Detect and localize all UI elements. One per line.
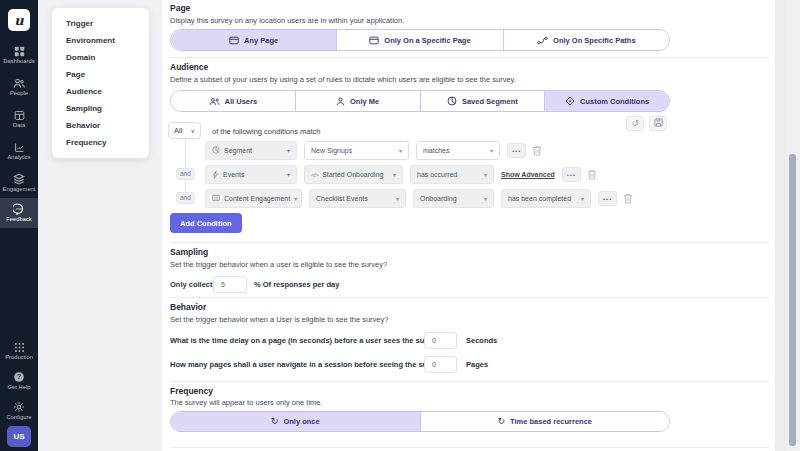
pages-count-input[interactable] [424,356,457,373]
page-tabs: Any Page Only On a Specific Page Only On… [170,29,670,51]
chevron-down-icon: ∨ [191,127,195,134]
more-options-button[interactable]: ••• [598,191,617,206]
sidebar-item-analytics[interactable]: Analytics [0,136,38,166]
menu-item-environment[interactable]: Environment [52,32,149,49]
section-divider [170,381,770,382]
condition-operator-select[interactable]: has been completed ▾ [501,189,591,208]
page-section-description: Display this survey on any location user… [170,16,404,25]
sidebar: u Dashboards People Data Analytics Engag… [0,0,38,451]
reset-conditions-button[interactable]: ↺ [626,116,644,131]
path-branch-icon [537,36,548,45]
dots-icon: ••• [512,148,521,154]
sidebar-item-configure[interactable]: Configure [0,396,38,426]
trash-icon [623,190,633,208]
people-icon [13,78,25,89]
pie-chart-icon [447,96,457,106]
sidebar-item-engagement[interactable]: Engagement [0,168,38,198]
main-content: Page Display this survey on any location… [162,0,775,451]
app-logo[interactable]: u [8,9,30,31]
condition-row-2: and Events ▾ </> Started Onboarding ▾ ha… [162,165,775,184]
delete-condition-button[interactable] [532,142,542,160]
dashboards-icon [14,46,25,57]
user-avatar[interactable]: US [7,426,31,447]
condition-type-select[interactable]: Content Engagement ▾ [205,189,302,208]
behavior-section-title: Behavior [170,302,206,312]
condition-field-select[interactable]: </> Started Onboarding ▾ [304,165,403,184]
sidebar-item-label: Production [5,355,33,361]
map-icon [212,194,220,203]
tab-only-specific-paths[interactable]: Only On Specific Paths [504,30,669,50]
section-divider [170,297,770,298]
sidebar-item-dashboards[interactable]: Dashboards [0,40,38,70]
tab-only-specific-page[interactable]: Only On a Specific Page [337,30,503,50]
tab-custom-conditions[interactable]: Custom Conditions [545,91,669,111]
behavior-question-1: What is the time delay on a page (in sec… [170,336,444,345]
behavior-question-2: How many pages shall a user navigate in … [170,360,447,369]
settings-menu: Trigger Environment Domain Page Audience… [52,8,149,158]
condition-field-select[interactable]: Checklist Events ▾ [309,189,406,208]
more-options-button[interactable]: ••• [562,167,581,182]
section-divider [170,57,770,58]
pages-unit-label: Pages [466,360,488,369]
users-group-icon [209,97,220,106]
sampling-section-title: Sampling [170,247,208,257]
sidebar-item-feedback[interactable]: Feedback [0,198,38,228]
audience-section-description: Define a subset of your users by using a… [170,75,516,84]
condition-row-1: Segment ▾ New Signups ▾ matches ▾ ••• [205,141,542,160]
logo-glyph: u [14,13,23,28]
feedback-icon [13,203,25,215]
sidebar-item-label: Data [13,123,25,129]
section-divider [170,242,770,243]
sidebar-item-people[interactable]: People [0,72,38,102]
sampling-percent-input[interactable] [213,276,247,293]
show-advanced-link[interactable]: Show Advanced [501,171,555,178]
sidebar-item-data[interactable]: Data [0,104,38,134]
condition-operator-select[interactable]: has occurred ▾ [410,165,494,184]
add-condition-button[interactable]: Add Condition [170,213,242,233]
sidebar-item-production[interactable]: Production [0,336,38,366]
tab-all-users[interactable]: All Users [171,91,296,111]
more-options-button[interactable]: ••• [507,143,526,158]
browser-window-icon [229,36,239,45]
save-conditions-button[interactable] [649,116,667,131]
chevron-down-icon: ▾ [393,171,396,178]
tab-only-me[interactable]: Only Me [296,91,421,111]
trash-icon [532,142,542,160]
menu-item-trigger[interactable]: Trigger [52,15,149,32]
sidebar-item-label: Configure [6,415,31,421]
behavior-section-description: Set the trigger behavior when a User is … [170,315,388,324]
scrollbar-track[interactable] [786,0,800,451]
menu-item-behavior[interactable]: Behavior [52,117,149,134]
menu-item-sampling[interactable]: Sampling [52,100,149,117]
delete-condition-button[interactable] [623,190,633,208]
menu-item-domain[interactable]: Domain [52,49,149,66]
delete-condition-button[interactable] [587,166,597,184]
frequency-section-title: Frequency [170,386,213,396]
menu-item-page[interactable]: Page [52,66,149,83]
scrollbar-thumb[interactable] [789,154,796,446]
chevron-down-icon: ▾ [399,147,402,154]
tab-time-based-recurrence[interactable]: ↻ Time based recurrence [421,412,670,431]
tab-any-page[interactable]: Any Page [171,30,337,50]
sampling-section-description: Set the trigger behavior when a user is … [170,260,387,269]
browser-window-icon [369,36,379,45]
chevron-down-icon: ▾ [396,195,399,202]
sidebar-item-get-help[interactable]: ? Get Help [0,366,38,396]
menu-item-audience[interactable]: Audience [52,83,149,100]
condition-type-select[interactable]: Segment ▾ [205,141,297,160]
tab-saved-segment[interactable]: Saved Segment [421,91,546,111]
tab-only-once[interactable]: ↻ Only once [171,412,421,431]
match-operator-select[interactable]: All ∨ [168,122,201,139]
condition-type-select[interactable]: Events ▾ [205,165,297,184]
condition-field-select[interactable]: New Signups ▾ [304,141,409,160]
right-gutter [775,0,786,451]
time-delay-input[interactable] [424,332,457,349]
menu-item-frequency[interactable]: Frequency [52,134,149,151]
condition-operator-select[interactable]: matches ▾ [416,141,500,160]
chevron-down-icon: ▾ [581,195,584,202]
sidebar-item-label: Analytics [7,155,30,161]
frequency-tabs: ↻ Only once ↻ Time based recurrence [170,411,670,432]
section-divider [170,447,770,448]
chevron-down-icon: ▾ [294,195,297,202]
condition-value-select[interactable]: Onboarding ▾ [413,189,494,208]
